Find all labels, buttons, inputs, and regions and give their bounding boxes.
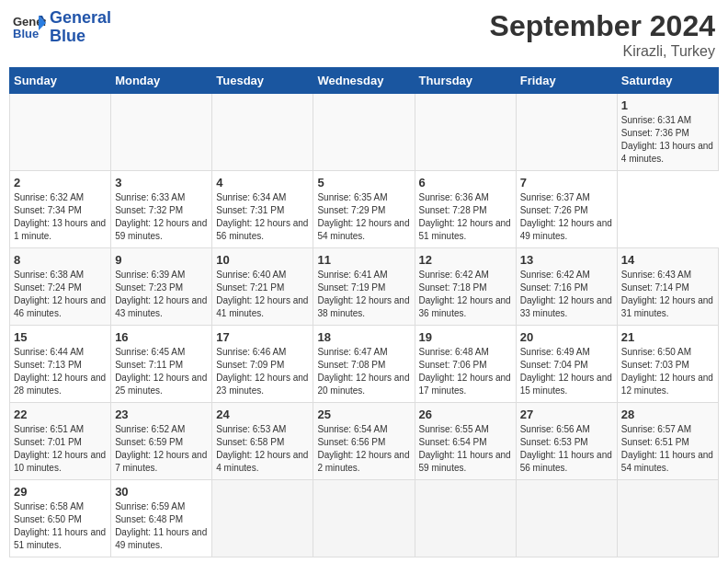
day-number: 18 [317, 330, 410, 344]
day-number: 8 [14, 253, 107, 267]
day-cell: 24 Sunrise: 6:53 AMSunset: 6:58 PMDaylig… [212, 403, 313, 480]
day-number: 30 [115, 485, 208, 499]
day-info: Sunrise: 6:48 AMSunset: 7:06 PMDaylight:… [419, 346, 512, 397]
day-cell: 14 Sunrise: 6:43 AMSunset: 7:14 PMDaylig… [617, 248, 718, 326]
calendar-week-row: 8 Sunrise: 6:38 AMSunset: 7:24 PMDayligh… [10, 248, 719, 326]
day-info: Sunrise: 6:37 AMSunset: 7:26 PMDaylight:… [520, 191, 613, 243]
day-number: 13 [520, 253, 613, 267]
calendar-week-row: 1 Sunrise: 6:31 AMSunset: 7:36 PMDayligh… [10, 94, 719, 171]
day-cell: 11 Sunrise: 6:41 AMSunset: 7:19 PMDaylig… [313, 248, 415, 326]
location-subtitle: Kirazli, Turkey [490, 43, 715, 60]
day-info: Sunrise: 6:36 AMSunset: 7:28 PMDaylight:… [419, 191, 512, 243]
day-info: Sunrise: 6:39 AMSunset: 7:23 PMDaylight:… [115, 269, 208, 320]
day-info: Sunrise: 6:59 AMSunset: 6:48 PMDaylight:… [115, 500, 208, 552]
day-cell: 17 Sunrise: 6:46 AMSunset: 7:09 PMDaylig… [212, 326, 313, 403]
day-info: Sunrise: 6:49 AMSunset: 7:04 PMDaylight:… [520, 346, 613, 397]
day-cell: 10 Sunrise: 6:40 AMSunset: 7:21 PMDaylig… [212, 248, 313, 326]
empty-cell [516, 94, 617, 171]
calendar-week-row: 15 Sunrise: 6:44 AMSunset: 7:13 PMDaylig… [10, 326, 719, 403]
day-cell: 27 Sunrise: 6:56 AMSunset: 6:53 PMDaylig… [516, 403, 617, 480]
day-cell: 3 Sunrise: 6:33 AMSunset: 7:32 PMDayligh… [111, 171, 212, 248]
day-cell: 15 Sunrise: 6:44 AMSunset: 7:13 PMDaylig… [10, 326, 111, 403]
day-cell: 2 Sunrise: 6:32 AMSunset: 7:34 PMDayligh… [10, 171, 111, 248]
day-cell: 1 Sunrise: 6:31 AMSunset: 7:36 PMDayligh… [617, 94, 718, 171]
empty-cell [415, 94, 516, 171]
day-number: 19 [419, 330, 512, 344]
day-number: 24 [216, 408, 309, 421]
day-number: 12 [419, 253, 512, 267]
day-cell: 23 Sunrise: 6:52 AMSunset: 6:59 PMDaylig… [111, 403, 212, 480]
day-cell: 9 Sunrise: 6:39 AMSunset: 7:23 PMDayligh… [111, 248, 212, 326]
col-header-tuesday: Tuesday [212, 68, 313, 94]
day-cell: 5 Sunrise: 6:35 AMSunset: 7:29 PMDayligh… [313, 171, 415, 248]
empty-cell [415, 480, 516, 557]
title-block: September 2024 Kirazli, Turkey [490, 9, 715, 60]
col-header-wednesday: Wednesday [313, 68, 415, 94]
empty-cell [313, 94, 415, 171]
empty-cell [111, 94, 212, 171]
day-number: 20 [520, 330, 613, 344]
calendar-week-row: 29 Sunrise: 6:58 AMSunset: 6:50 PMDaylig… [10, 480, 719, 557]
col-header-saturday: Saturday [617, 68, 718, 94]
day-cell: 18 Sunrise: 6:47 AMSunset: 7:08 PMDaylig… [313, 326, 415, 403]
day-info: Sunrise: 6:54 AMSunset: 6:56 PMDaylight:… [317, 423, 410, 475]
day-info: Sunrise: 6:56 AMSunset: 6:53 PMDaylight:… [520, 423, 613, 475]
day-info: Sunrise: 6:42 AMSunset: 7:16 PMDaylight:… [520, 269, 613, 320]
empty-cell [617, 480, 718, 557]
day-info: Sunrise: 6:51 AMSunset: 7:01 PMDaylight:… [14, 423, 107, 475]
empty-cell [516, 480, 617, 557]
day-number: 29 [14, 485, 107, 499]
empty-cell [212, 480, 313, 557]
day-number: 1 [621, 98, 714, 112]
svg-text:Blue: Blue [13, 27, 39, 40]
day-info: Sunrise: 6:42 AMSunset: 7:18 PMDaylight:… [419, 269, 512, 320]
calendar-week-row: 2 Sunrise: 6:32 AMSunset: 7:34 PMDayligh… [10, 171, 719, 248]
calendar-week-row: 22 Sunrise: 6:51 AMSunset: 7:01 PMDaylig… [10, 403, 719, 480]
day-number: 25 [317, 408, 410, 421]
day-cell: 25 Sunrise: 6:54 AMSunset: 6:56 PMDaylig… [313, 403, 415, 480]
day-number: 27 [520, 408, 613, 421]
day-cell: 13 Sunrise: 6:42 AMSunset: 7:16 PMDaylig… [516, 248, 617, 326]
day-cell: 8 Sunrise: 6:38 AMSunset: 7:24 PMDayligh… [10, 248, 111, 326]
day-info: Sunrise: 6:43 AMSunset: 7:14 PMDaylight:… [621, 269, 714, 320]
day-info: Sunrise: 6:35 AMSunset: 7:29 PMDaylight:… [317, 191, 410, 243]
day-cell: 30 Sunrise: 6:59 AMSunset: 6:48 PMDaylig… [111, 480, 212, 557]
day-number: 9 [115, 253, 208, 267]
month-year-title: September 2024 [490, 9, 715, 43]
day-cell: 16 Sunrise: 6:45 AMSunset: 7:11 PMDaylig… [111, 326, 212, 403]
logo-icon: General Blue [13, 14, 46, 41]
day-cell: 6 Sunrise: 6:36 AMSunset: 7:28 PMDayligh… [415, 171, 516, 248]
day-cell: 7 Sunrise: 6:37 AMSunset: 7:26 PMDayligh… [516, 171, 617, 248]
day-number: 14 [621, 253, 714, 267]
logo: General Blue GeneralBlue [13, 9, 111, 46]
day-cell: 21 Sunrise: 6:50 AMSunset: 7:03 PMDaylig… [617, 326, 718, 403]
col-header-sunday: Sunday [10, 68, 111, 94]
day-info: Sunrise: 6:46 AMSunset: 7:09 PMDaylight:… [216, 346, 309, 397]
day-info: Sunrise: 6:53 AMSunset: 6:58 PMDaylight:… [216, 423, 309, 475]
day-number: 26 [419, 408, 512, 421]
calendar-header-row: SundayMondayTuesdayWednesdayThursdayFrid… [10, 68, 719, 94]
day-cell: 26 Sunrise: 6:55 AMSunset: 6:54 PMDaylig… [415, 403, 516, 480]
day-number: 15 [14, 330, 107, 344]
calendar-table: SundayMondayTuesdayWednesdayThursdayFrid… [9, 67, 719, 557]
day-info: Sunrise: 6:57 AMSunset: 6:51 PMDaylight:… [621, 423, 714, 475]
day-number: 6 [419, 176, 512, 190]
day-number: 16 [115, 330, 208, 344]
day-number: 10 [216, 253, 309, 267]
day-info: Sunrise: 6:47 AMSunset: 7:08 PMDaylight:… [317, 346, 410, 397]
day-info: Sunrise: 6:44 AMSunset: 7:13 PMDaylight:… [14, 346, 107, 397]
day-info: Sunrise: 6:31 AMSunset: 7:36 PMDaylight:… [621, 114, 714, 166]
day-number: 17 [216, 330, 309, 344]
empty-cell [212, 94, 313, 171]
day-info: Sunrise: 6:45 AMSunset: 7:11 PMDaylight:… [115, 346, 208, 397]
day-cell: 20 Sunrise: 6:49 AMSunset: 7:04 PMDaylig… [516, 326, 617, 403]
logo-text: GeneralBlue [50, 9, 111, 46]
col-header-friday: Friday [516, 68, 617, 94]
day-cell: 28 Sunrise: 6:57 AMSunset: 6:51 PMDaylig… [617, 403, 718, 480]
day-info: Sunrise: 6:41 AMSunset: 7:19 PMDaylight:… [317, 269, 410, 320]
day-info: Sunrise: 6:34 AMSunset: 7:31 PMDaylight:… [216, 191, 309, 243]
day-cell: 12 Sunrise: 6:42 AMSunset: 7:18 PMDaylig… [415, 248, 516, 326]
day-number: 3 [115, 176, 208, 190]
day-cell: 29 Sunrise: 6:58 AMSunset: 6:50 PMDaylig… [10, 480, 111, 557]
day-number: 7 [520, 176, 613, 190]
